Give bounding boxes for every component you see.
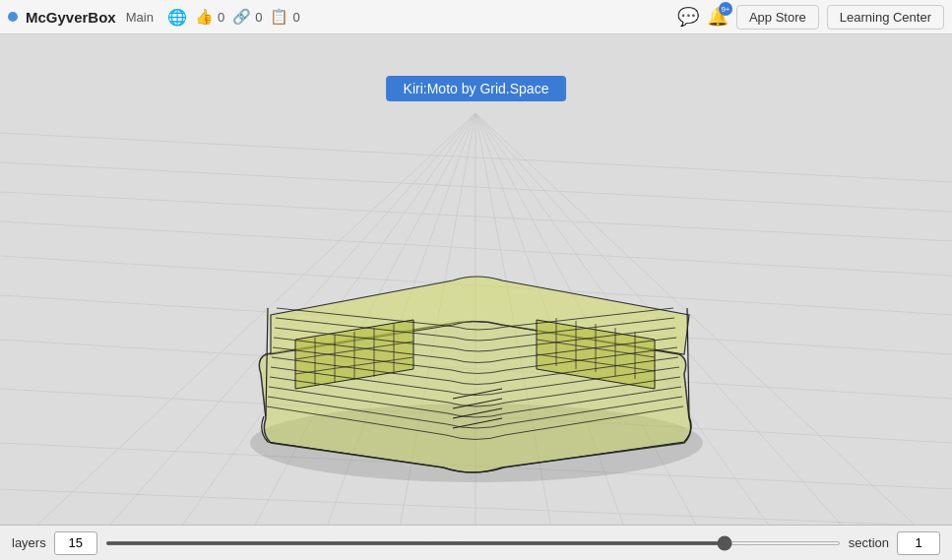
section-value-input[interactable]: [897, 531, 940, 555]
layers-slider[interactable]: [105, 541, 841, 545]
likes-count: 0: [218, 10, 224, 25]
main-link[interactable]: Main: [126, 10, 154, 25]
grid-background: [0, 34, 952, 560]
svg-line-1: [0, 162, 952, 212]
app-name: McGyverBox: [26, 9, 116, 26]
links-count: 0: [255, 10, 262, 25]
layers-value-input[interactable]: [54, 531, 97, 555]
bottom-bar: layers section: [0, 525, 952, 560]
likes-stat: 👍 0: [195, 8, 224, 26]
logo-dot: [8, 12, 18, 22]
app-header: McGyverBox Main 🌐 👍 0 🔗 0 📋 0 💬 🔔 9+ App…: [0, 0, 952, 34]
app-store-button[interactable]: App Store: [736, 5, 819, 30]
chat-icon[interactable]: 💬: [677, 6, 699, 28]
svg-line-0: [0, 133, 952, 182]
notification-badge: 9+: [719, 2, 732, 16]
link-icon: 🔗: [232, 8, 251, 26]
links-stat: 🔗 0: [232, 8, 262, 26]
layers-label: layers: [12, 535, 46, 550]
svg-line-2: [0, 192, 952, 241]
svg-line-9: [0, 489, 952, 527]
kiri-moto-text: Kiri:Moto: [404, 81, 458, 96]
by-text: by: [462, 81, 476, 96]
globe-icon[interactable]: 🌐: [167, 8, 187, 27]
files-stat: 📋 0: [270, 8, 299, 26]
3d-viewport[interactable]: Kiri:Moto by Grid.Space layers section: [0, 34, 952, 560]
like-icon: 👍: [195, 8, 214, 26]
section-label: section: [849, 535, 889, 550]
learning-center-button[interactable]: Learning Center: [827, 5, 944, 30]
svg-line-3: [0, 221, 952, 276]
title-badge: Kiri:Moto by Grid.Space: [386, 76, 567, 101]
gridspace-text: Grid.Space: [479, 81, 548, 96]
file-icon: 📋: [270, 8, 288, 26]
notification-button[interactable]: 🔔 9+: [707, 6, 729, 28]
files-count: 0: [292, 10, 299, 25]
